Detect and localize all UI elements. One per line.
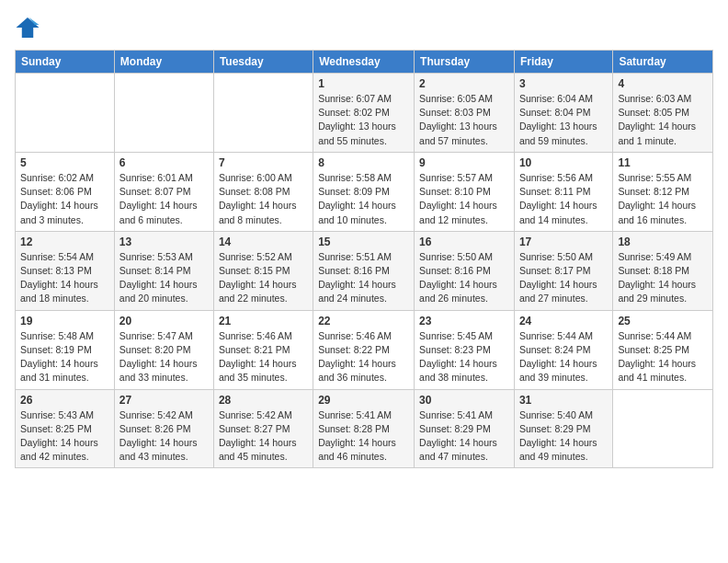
calendar-week-4: 19 Sunrise: 5:48 AM Sunset: 8:19 PM Dayl… (16, 310, 713, 389)
calendar-cell: 27 Sunrise: 5:42 AM Sunset: 8:26 PM Dayl… (114, 389, 213, 468)
calendar-cell: 6 Sunrise: 6:01 AM Sunset: 8:07 PM Dayli… (114, 152, 213, 231)
daylight-label: Daylight: 14 hours and 3 minutes. (20, 200, 98, 224)
calendar-week-1: 1 Sunrise: 6:07 AM Sunset: 8:02 PM Dayli… (16, 74, 713, 153)
day-number: 15 (318, 236, 409, 248)
daylight-label: Daylight: 14 hours and 42 minutes. (20, 437, 98, 462)
sunrise-label: Sunrise: 5:52 AM (219, 251, 292, 262)
sunrise-label: Sunrise: 5:50 AM (419, 251, 493, 262)
sunrise-label: Sunrise: 5:47 AM (119, 330, 193, 341)
daylight-label: Daylight: 14 hours and 20 minutes. (119, 279, 198, 304)
sunrise-label: Sunrise: 5:50 AM (519, 251, 593, 262)
day-number: 16 (419, 236, 509, 248)
daylight-label: Daylight: 14 hours and 10 minutes. (318, 200, 396, 224)
sunset-label: Sunset: 8:17 PM (519, 265, 591, 276)
logo (15, 15, 44, 40)
day-number: 7 (219, 156, 308, 169)
sunset-label: Sunset: 8:28 PM (318, 423, 390, 434)
col-header-thursday: Thursday (415, 51, 515, 74)
day-number: 28 (219, 394, 308, 407)
day-number: 29 (318, 394, 409, 407)
cell-content: Sunrise: 5:51 AM Sunset: 8:16 PM Dayligh… (318, 250, 409, 306)
sunset-label: Sunset: 8:26 PM (119, 423, 191, 434)
page: SundayMondayTuesdayWednesdayThursdayFrid… (0, 0, 728, 479)
cell-content: Sunrise: 6:01 AM Sunset: 8:07 PM Dayligh… (119, 171, 209, 227)
calendar-cell: 24 Sunrise: 5:44 AM Sunset: 8:24 PM Dayl… (514, 310, 612, 389)
sunset-label: Sunset: 8:09 PM (318, 186, 390, 197)
daylight-label: Daylight: 14 hours and 22 minutes. (219, 279, 297, 304)
sunset-label: Sunset: 8:25 PM (618, 344, 689, 355)
calendar-cell: 14 Sunrise: 5:52 AM Sunset: 8:15 PM Dayl… (213, 231, 313, 310)
day-number: 22 (318, 315, 409, 327)
daylight-label: Daylight: 14 hours and 26 minutes. (419, 279, 497, 304)
cell-content: Sunrise: 5:42 AM Sunset: 8:26 PM Dayligh… (119, 408, 209, 465)
day-number: 3 (519, 77, 608, 90)
sunrise-label: Sunrise: 5:42 AM (219, 409, 292, 420)
sunrise-label: Sunrise: 5:44 AM (618, 330, 691, 341)
sunset-label: Sunset: 8:15 PM (219, 265, 290, 276)
cell-content: Sunrise: 5:43 AM Sunset: 8:25 PM Dayligh… (20, 408, 109, 465)
daylight-label: Daylight: 14 hours and 31 minutes. (20, 358, 98, 383)
cell-content: Sunrise: 5:50 AM Sunset: 8:17 PM Dayligh… (519, 250, 608, 306)
sunset-label: Sunset: 8:25 PM (20, 423, 92, 434)
calendar-cell: 1 Sunrise: 6:07 AM Sunset: 8:02 PM Dayli… (313, 74, 415, 153)
cell-content: Sunrise: 5:56 AM Sunset: 8:11 PM Dayligh… (519, 171, 608, 227)
day-number: 25 (618, 315, 708, 327)
sunset-label: Sunset: 8:23 PM (419, 344, 491, 355)
cell-content: Sunrise: 5:41 AM Sunset: 8:28 PM Dayligh… (318, 408, 409, 465)
sunset-label: Sunset: 8:11 PM (519, 186, 591, 197)
calendar-week-5: 26 Sunrise: 5:43 AM Sunset: 8:25 PM Dayl… (16, 389, 713, 468)
sunset-label: Sunset: 8:04 PM (519, 107, 591, 118)
day-number: 14 (219, 236, 308, 248)
day-number: 2 (419, 77, 509, 90)
cell-content: Sunrise: 5:57 AM Sunset: 8:10 PM Dayligh… (419, 171, 509, 227)
sunrise-label: Sunrise: 5:56 AM (519, 172, 593, 183)
daylight-label: Daylight: 14 hours and 46 minutes. (318, 437, 396, 462)
calendar-cell: 21 Sunrise: 5:46 AM Sunset: 8:21 PM Dayl… (213, 310, 313, 389)
daylight-label: Daylight: 14 hours and 14 minutes. (519, 200, 597, 224)
day-number: 23 (419, 315, 509, 327)
calendar-cell: 13 Sunrise: 5:53 AM Sunset: 8:14 PM Dayl… (114, 231, 213, 310)
calendar-cell (213, 74, 313, 153)
calendar-cell: 16 Sunrise: 5:50 AM Sunset: 8:16 PM Dayl… (415, 231, 515, 310)
sunset-label: Sunset: 8:19 PM (20, 344, 92, 355)
day-number: 13 (119, 236, 209, 248)
sunrise-label: Sunrise: 6:07 AM (318, 93, 392, 104)
sunset-label: Sunset: 8:16 PM (318, 265, 390, 276)
daylight-label: Daylight: 14 hours and 43 minutes. (119, 437, 198, 462)
day-number: 4 (618, 77, 708, 90)
calendar-week-3: 12 Sunrise: 5:54 AM Sunset: 8:13 PM Dayl… (16, 231, 713, 310)
calendar-cell: 17 Sunrise: 5:50 AM Sunset: 8:17 PM Dayl… (514, 231, 612, 310)
sunset-label: Sunset: 8:05 PM (618, 107, 689, 118)
col-header-wednesday: Wednesday (313, 51, 415, 74)
sunrise-label: Sunrise: 5:53 AM (119, 251, 193, 262)
col-header-sunday: Sunday (16, 51, 115, 74)
col-header-monday: Monday (114, 51, 213, 74)
logo-icon (15, 15, 40, 40)
sunrise-label: Sunrise: 5:48 AM (20, 330, 94, 341)
cell-content: Sunrise: 6:00 AM Sunset: 8:08 PM Dayligh… (219, 171, 308, 227)
day-number: 11 (618, 156, 708, 169)
calendar-cell: 18 Sunrise: 5:49 AM Sunset: 8:18 PM Dayl… (613, 231, 713, 310)
daylight-label: Daylight: 14 hours and 18 minutes. (20, 279, 98, 304)
day-number: 21 (219, 315, 308, 327)
sunrise-label: Sunrise: 5:58 AM (318, 172, 392, 183)
sunset-label: Sunset: 8:02 PM (318, 107, 390, 118)
calendar-cell: 28 Sunrise: 5:42 AM Sunset: 8:27 PM Dayl… (213, 389, 313, 468)
cell-content: Sunrise: 5:55 AM Sunset: 8:12 PM Dayligh… (618, 171, 708, 227)
sunset-label: Sunset: 8:12 PM (618, 186, 689, 197)
sunrise-label: Sunrise: 5:41 AM (318, 409, 392, 420)
cell-content: Sunrise: 5:47 AM Sunset: 8:20 PM Dayligh… (119, 329, 209, 385)
daylight-label: Daylight: 14 hours and 24 minutes. (318, 279, 396, 304)
cell-content: Sunrise: 5:50 AM Sunset: 8:16 PM Dayligh… (419, 250, 509, 306)
sunset-label: Sunset: 8:16 PM (419, 265, 491, 276)
calendar-cell: 11 Sunrise: 5:55 AM Sunset: 8:12 PM Dayl… (613, 152, 713, 231)
cell-content: Sunrise: 5:48 AM Sunset: 8:19 PM Dayligh… (20, 329, 109, 385)
daylight-label: Daylight: 13 hours and 55 minutes. (318, 121, 396, 145)
cell-content: Sunrise: 6:03 AM Sunset: 8:05 PM Dayligh… (618, 92, 708, 148)
sunrise-label: Sunrise: 5:55 AM (618, 172, 691, 183)
cell-content: Sunrise: 6:02 AM Sunset: 8:06 PM Dayligh… (20, 171, 109, 227)
calendar-cell: 26 Sunrise: 5:43 AM Sunset: 8:25 PM Dayl… (16, 389, 115, 468)
day-number: 6 (119, 156, 209, 169)
calendar-cell: 23 Sunrise: 5:45 AM Sunset: 8:23 PM Dayl… (415, 310, 515, 389)
daylight-label: Daylight: 14 hours and 8 minutes. (219, 200, 297, 224)
